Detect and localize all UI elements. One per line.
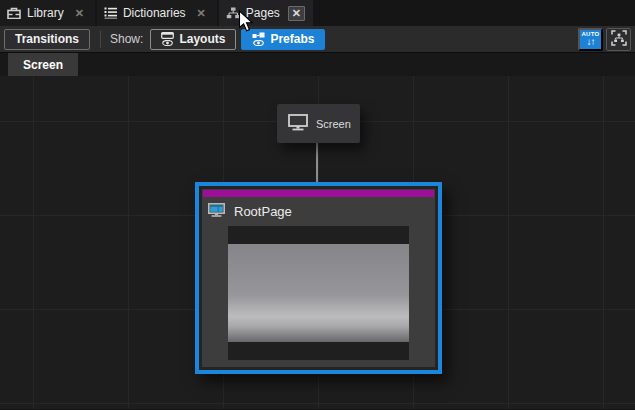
prefab-icon	[252, 32, 265, 39]
pages-graph-canvas[interactable]: Screen RootPage	[0, 76, 635, 409]
node-connector-line	[316, 142, 318, 186]
close-icon[interactable]: ✕	[194, 7, 209, 20]
monitor-icon	[288, 114, 308, 133]
eye-icon	[162, 40, 173, 46]
thumbnail-screenshot	[228, 244, 409, 342]
close-icon[interactable]: ✕	[72, 7, 87, 20]
tab-pages[interactable]: Pages ✕	[219, 0, 313, 26]
eye-icon	[253, 40, 264, 46]
show-label: Show:	[110, 32, 143, 46]
document-tab-bar: Library ✕ Dictionaries ✕	[0, 0, 635, 26]
layouts-button-label: Layouts	[179, 32, 225, 46]
layout-icon	[161, 32, 174, 39]
close-icon[interactable]: ✕	[288, 6, 305, 21]
rootpage-node-selection[interactable]: RootPage	[195, 182, 442, 374]
mouse-cursor	[238, 10, 254, 37]
auto-arrange-button[interactable]: AUTO ↓↑	[578, 28, 603, 51]
screen-node[interactable]: Screen	[277, 104, 360, 143]
frame-all-button[interactable]	[606, 28, 631, 51]
pages-toolbar: Transitions Show: Layouts	[0, 26, 635, 53]
rootpage-header: RootPage	[202, 197, 435, 226]
tab-label: Library	[27, 6, 64, 20]
layout-eye-icon	[161, 32, 174, 46]
prefab-eye-icon	[252, 32, 265, 46]
toolbar-divider	[100, 31, 101, 48]
breadcrumb-screen-label: Screen	[23, 58, 63, 72]
breadcrumb-screen-tab[interactable]: Screen	[8, 53, 78, 76]
transitions-button-label: Transitions	[15, 32, 79, 46]
thumbnail-top-strip	[228, 226, 409, 244]
tab-library[interactable]: Library ✕	[0, 0, 95, 26]
tab-dictionaries[interactable]: Dictionaries ✕	[97, 0, 217, 26]
library-icon	[7, 7, 21, 19]
dictionaries-icon	[104, 7, 117, 19]
screen-node-label: Screen	[316, 118, 351, 130]
prefabs-button-label: Prefabs	[270, 32, 314, 46]
layouts-toggle-button[interactable]: Layouts	[150, 29, 236, 50]
page-type-color-bar	[203, 190, 434, 197]
page-monitor-icon	[208, 203, 225, 220]
breadcrumb: Screen	[0, 53, 635, 76]
transitions-button[interactable]: Transitions	[4, 29, 90, 50]
thumbnail-bottom-strip	[228, 342, 409, 360]
tab-label: Dictionaries	[123, 6, 186, 20]
frame-all-icon	[611, 30, 627, 49]
rootpage-preview-thumbnail	[228, 226, 409, 360]
rootpage-node[interactable]: RootPage	[202, 189, 435, 367]
rootpage-node-label: RootPage	[234, 204, 292, 219]
